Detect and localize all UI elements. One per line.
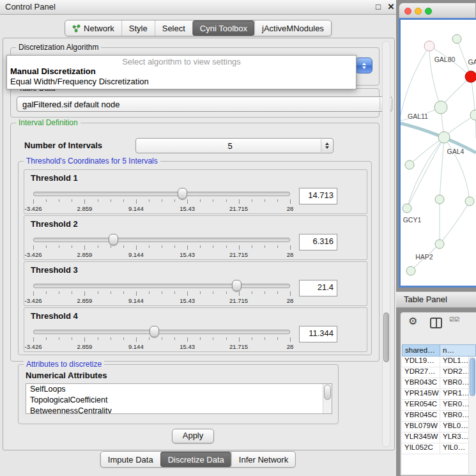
slider-track[interactable] — [33, 238, 290, 242]
network-node[interactable] — [405, 160, 414, 169]
number-of-intervals-combobox[interactable]: 5 — [135, 138, 334, 153]
threshold-value-field[interactable]: 11.344 — [299, 326, 337, 342]
slider-tick-labels: -3.4262.8599.14415.4321.71528 — [33, 205, 290, 212]
list-item-selfloops[interactable]: SelfLoops — [26, 384, 332, 395]
tick-label: 2.859 — [77, 205, 93, 212]
table-row[interactable]: YBR045CYBR0… — [402, 411, 476, 422]
network-node[interactable] — [465, 197, 474, 206]
table-row[interactable]: YDL19…YDL1… — [402, 357, 476, 367]
table-body: YDL19…YDL1…YDR27…YDR2…YBR043CYBR0…YPR145… — [402, 357, 476, 474]
network-node[interactable] — [438, 132, 450, 143]
tab-discretize-data[interactable]: Discretize Data — [160, 452, 231, 467]
network-edge[interactable] — [440, 137, 444, 199]
network-edge[interactable] — [440, 201, 470, 244]
slider-track[interactable] — [33, 284, 290, 288]
tab-infer-network[interactable]: Infer Network — [231, 452, 295, 467]
tab-select[interactable]: Select — [155, 20, 192, 36]
dropdown-item-manual-discretization[interactable]: Manual Discretization — [7, 66, 356, 77]
network-node[interactable] — [435, 195, 444, 204]
gear-icon[interactable]: ⚙ — [408, 315, 417, 327]
network-node[interactable] — [434, 101, 447, 114]
list-scrollbar-thumb[interactable] — [324, 385, 331, 400]
slider-thumb[interactable] — [232, 280, 242, 291]
dropdown-item-equal-width-frequency-discretization[interactable]: Equal Width/Frequency Discretization — [7, 77, 356, 87]
tab-cyni-toolbox[interactable]: Cyni Toolbox — [192, 20, 254, 36]
threshold-slider[interactable]: -3.4262.8599.14415.4321.71528 — [33, 234, 290, 258]
table-row[interactable]: YBR043CYBR0… — [402, 378, 476, 389]
tick-label: 2.859 — [77, 297, 93, 304]
select-columns-icon[interactable]: ☑☑ — [449, 317, 459, 323]
column-header-shared[interactable]: shared… — [402, 344, 440, 357]
tick-mark — [136, 245, 137, 250]
network-edge[interactable] — [410, 137, 444, 165]
table-row[interactable]: YER054CYER0… — [402, 400, 476, 411]
table-row[interactable]: YDR27…YDR2… — [402, 367, 476, 378]
network-node[interactable] — [465, 71, 476, 82]
slider-track[interactable] — [33, 330, 290, 334]
threshold-value-field[interactable]: 6.316 — [299, 234, 337, 250]
minimize-icon[interactable]: □ — [372, 0, 384, 14]
network-canvas[interactable]: GAL80GAGAL11GAL4GCY1HAP2 — [401, 20, 476, 286]
slider-track[interactable] — [33, 192, 290, 196]
network-node[interactable] — [470, 110, 476, 120]
close-icon[interactable]: ✕ — [385, 0, 397, 14]
network-window: GAL80GAGAL11GAL4GCY1HAP2 — [399, 3, 476, 288]
numerical-attributes-list[interactable]: SelfLoopsTopologicalCoefficientBetweenne… — [26, 383, 332, 414]
table-row[interactable]: YLR345WYLR3… — [402, 433, 476, 443]
apply-button[interactable]: Apply — [172, 429, 214, 443]
table-row[interactable]: YPR145WYPR1… — [402, 389, 476, 400]
node-label: GAL11 — [408, 112, 428, 120]
tick-mark — [136, 291, 137, 296]
panel-scrollbar[interactable] — [382, 41, 390, 447]
tab-jactivemnodules[interactable]: jActiveMNodules — [254, 20, 331, 36]
list-item-betweennesscentrality[interactable]: BetweennessCentrality — [26, 406, 332, 414]
stepper-icon[interactable] — [321, 139, 332, 152]
table-panel-header[interactable]: Table Panel — [396, 291, 476, 308]
threshold-slider[interactable]: -3.4262.8599.14415.4321.71528 — [33, 326, 290, 350]
network-window-titlebar[interactable] — [399, 3, 476, 19]
threshold-box: Threshold 4 -3.4262.8599.14415.4321.7152… — [24, 307, 367, 352]
columns-icon[interactable] — [430, 318, 442, 328]
panel-scrollbar-thumb[interactable] — [383, 312, 389, 362]
network-node[interactable] — [435, 240, 444, 249]
network-edge[interactable] — [471, 77, 476, 138]
network-node[interactable] — [424, 41, 434, 51]
network-node[interactable] — [403, 204, 411, 213]
tick-mark — [84, 245, 85, 250]
threshold-slider[interactable]: -3.4262.8599.14415.4321.71528 — [33, 280, 290, 304]
algorithm-combobox-button[interactable] — [355, 58, 372, 73]
control-panel-titlebar[interactable]: Control Panel □ ✕ — [0, 0, 401, 15]
tab-network[interactable]: Network — [65, 20, 121, 36]
table-data-combobox[interactable]: galFiltered.sif default node — [17, 96, 392, 112]
list-scrollbar[interactable] — [323, 384, 332, 413]
thresholds-group-title: Threshold's Coordinates for 5 Intervals — [24, 157, 160, 165]
slider-thumb[interactable] — [109, 234, 118, 245]
traffic-light-minimize-icon[interactable] — [415, 8, 422, 15]
tab-style[interactable]: Style — [121, 20, 155, 36]
table-row[interactable]: YBL079WYBL0… — [402, 422, 476, 433]
network-graph[interactable]: GAL80GAGAL11GAL4GCY1HAP2 — [401, 20, 476, 286]
tick-mark — [174, 291, 175, 294]
traffic-light-zoom-icon[interactable] — [425, 8, 432, 15]
threshold-slider[interactable]: -3.4262.8599.14415.4321.71528 — [33, 188, 290, 212]
table-row[interactable]: YIL052CYIL0… — [402, 443, 476, 454]
network-node[interactable] — [452, 35, 461, 43]
column-header-n[interactable]: n… — [440, 344, 476, 357]
traffic-light-close-icon[interactable] — [404, 8, 411, 15]
network-edge[interactable] — [401, 46, 429, 116]
node-label: GAL4 — [447, 148, 464, 155]
tab-impute-data[interactable]: Impute Data — [101, 452, 160, 467]
tick-label: 15.43 — [180, 205, 195, 212]
tick-mark — [265, 245, 265, 248]
table-scrollbar[interactable] — [468, 357, 476, 474]
threshold-value-field[interactable]: 21.4 — [299, 280, 337, 296]
network-node[interactable] — [406, 266, 415, 275]
slider-thumb[interactable] — [178, 188, 187, 199]
table-scrollbar-thumb[interactable] — [470, 358, 475, 396]
number-of-intervals-label: Number of Intervals — [24, 141, 102, 150]
slider-thumb[interactable] — [150, 326, 159, 337]
threshold-value-field[interactable]: 14.713 — [299, 188, 337, 204]
tick-label: 21.715 — [229, 205, 248, 212]
list-item-topologicalcoefficient[interactable]: TopologicalCoefficient — [26, 395, 332, 406]
tick-mark — [226, 199, 227, 202]
